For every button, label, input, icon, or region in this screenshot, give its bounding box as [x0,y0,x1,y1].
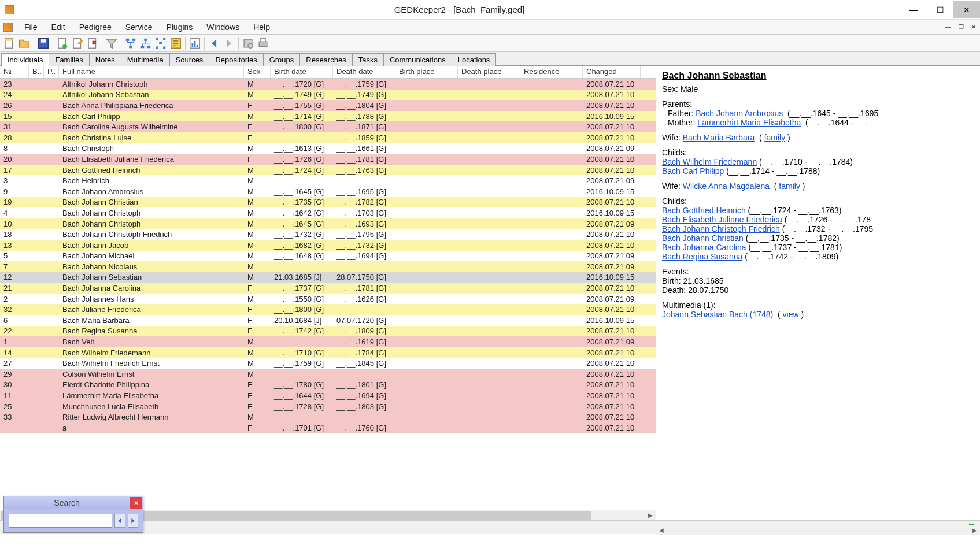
table-row[interactable]: 8Bach ChristophM__.__.1613 [G]__.__.1661… [0,143,656,154]
view-link[interactable]: view [783,310,799,319]
multimedia-link[interactable]: Johann Sebastian Bach (1748) [662,310,773,319]
open-file-button[interactable] [17,36,31,50]
tab-locations[interactable]: Locations [452,53,497,66]
tab-researches[interactable]: Researches [299,53,352,66]
child-link[interactable]: Bach Johann Christian [662,233,744,243]
child-link[interactable]: Bach Regina Susanna [662,252,742,261]
tree-descendants-button[interactable] [139,36,153,50]
menu-edit[interactable]: Edit [45,21,72,34]
child-link[interactable]: Bach Wilhelm Friedemann [662,157,757,166]
table-row[interactable]: 19Bach Johann ChristianM__.__.1735 [G]__… [0,197,656,208]
nav-back-button[interactable] [207,36,221,50]
minimize-button[interactable]: — [900,1,927,18]
search-next-button[interactable] [128,514,139,528]
table-row[interactable]: 30Elerdt Charlotte PhilippinaF__.__.1780… [0,380,656,391]
tab-sources[interactable]: Sources [169,53,210,66]
table-row[interactable]: 25Munchhusen Lucia ElisabethF__.__.1728 … [0,401,656,412]
stats-button[interactable] [188,36,202,50]
menu-plugins[interactable]: Plugins [159,21,199,34]
tab-families[interactable]: Families [49,53,89,66]
tab-notes[interactable]: Notes [89,53,121,66]
table-row[interactable]: 14Bach Wilhelm FriedemannM__.__.1710 [G]… [0,347,656,358]
family1-link[interactable]: family [764,133,786,142]
table-row[interactable]: 21Bach Johanna CarolinaF__.__.1737 [G]__… [0,283,656,294]
child-link[interactable]: Bach Johanna Carolina [662,243,746,252]
delete-record-button[interactable] [86,36,99,50]
column-header[interactable]: № [0,66,29,78]
mother-link[interactable]: Lämmerhirt Maria Elisabetha [697,118,801,127]
table-row[interactable]: 6Bach Maria BarbaraF20.10.1684 [J]07.07.… [0,315,656,326]
table-row[interactable]: 28Bach Christina LuiseF__.__.1859 [G]200… [0,132,656,143]
column-header[interactable]: B.. [29,66,44,78]
menu-help[interactable]: Help [246,21,277,34]
tab-repositories[interactable]: Repositories [209,53,263,66]
search-input[interactable] [9,514,112,528]
table-row[interactable]: 17Bach Gottfried HeinrichM__.__.1724 [G]… [0,165,656,176]
table-row[interactable]: 10Bach Johann ChristophM__.__.1645 [G]__… [0,218,656,229]
scroll-right-icon[interactable]: ▶ [645,510,656,521]
table-row[interactable]: 12Bach Johann SebastianM21.03.1685 [J]28… [0,272,656,283]
table-row[interactable]: 7Bach Johann NicolausM2008.07.21 09 [0,261,656,272]
maximize-button[interactable]: ☐ [927,1,953,18]
tab-individuals[interactable]: Individuals [1,53,49,66]
save-button[interactable] [36,36,50,50]
edit-record-button[interactable] [71,36,84,50]
nav-forward-button[interactable] [222,36,236,50]
child-link[interactable]: Bach Johann Christoph Friedrich [662,224,780,233]
search-close-button[interactable]: ✕ [130,497,142,509]
table-body[interactable]: 23Altnikol Johann ChristophM__.__.1720 [… [0,79,656,510]
menu-windows[interactable]: Windows [199,21,246,34]
table-row[interactable]: 24Altnikol Johann SebastianM__.__.1749 [… [0,90,656,101]
column-header[interactable]: Death place [458,66,520,78]
father-link[interactable]: Bach Johann Ambrosius [696,109,783,118]
tab-tasks[interactable]: Tasks [352,53,384,66]
menu-service[interactable]: Service [119,21,160,34]
column-header[interactable]: P.. [44,66,59,78]
table-row[interactable]: 4Bach Johann ChristophM__.__.1642 [G]__.… [0,207,656,218]
print-button[interactable] [256,36,270,50]
table-row[interactable]: 5Bach Johann MichaelM__.__.1648 [G]__.__… [0,251,656,262]
column-header[interactable]: Full name [59,66,244,78]
mdi-restore-button[interactable]: ❐ [955,21,967,34]
tab-communications[interactable]: Communications [383,53,452,66]
filter-button[interactable] [105,36,119,50]
table-row[interactable]: 3Bach HeinrichM2008.07.21 09 [0,175,656,186]
wife1-link[interactable]: Bach Maria Barbara [683,133,755,142]
mdi-close-button[interactable]: ✕ [967,21,980,34]
add-record-button[interactable] [56,36,69,50]
table-row[interactable]: 1Bach VeitM__.__.1619 [G]2008.07.21 09 [0,336,656,347]
menu-pedigree[interactable]: Pedigree [72,21,119,34]
table-row[interactable]: 9Bach Johann AmbrosiusM__.__.1645 [G]__.… [0,186,656,197]
column-header[interactable]: Birth date [271,66,333,78]
table-row[interactable]: 29Colson Wilhelm ErnstM2008.07.21 10 [0,369,656,380]
pedigree-button[interactable] [169,36,183,50]
child-link[interactable]: Bach Elisabeth Juliane Friederica [662,215,782,224]
column-header[interactable]: Death date [333,66,395,78]
tree-both-button[interactable] [154,36,168,50]
table-row[interactable]: 31Bach Carolina Augusta WilhelmineF__.__… [0,121,656,132]
table-row[interactable]: 2Bach Johannes HansM__.__.1550 [G]__.__.… [0,294,656,305]
detail-scroll-left-icon[interactable]: ◀ [656,525,667,536]
detail-scroll-right-icon[interactable]: ▶ [970,525,980,536]
tab-groups[interactable]: Groups [263,53,301,66]
table-row[interactable]: 20Bach Elisabeth Juliane FriedericaF__._… [0,154,656,165]
child-link[interactable]: Bach Carl Philipp [662,166,724,176]
table-row[interactable]: 27Bach Wilhelm Friedrich ErnstM__.__.175… [0,358,656,369]
table-row[interactable]: 23Altnikol Johann ChristophM__.__.1720 [… [0,79,656,90]
table-row[interactable]: 33Ritter Ludwig Albrecht HermannM2008.07… [0,411,656,422]
family2-link[interactable]: family [779,181,800,191]
tree-ancestors-button[interactable] [124,36,138,50]
table-row[interactable]: 22Bach Regina SusannaF__.__.1742 [G]__._… [0,326,656,337]
tab-multimedia[interactable]: Multimedia [121,53,170,66]
wife2-link[interactable]: Wilcke Anna Magdalena [683,181,770,191]
menu-file[interactable]: File [17,21,45,34]
table-row[interactable]: 13Bach Johann JacobM__.__.1682 [G]__.__.… [0,240,656,251]
new-file-button[interactable] [2,36,16,50]
table-row[interactable]: 26Bach Anna Philippiana FriedericaF__.__… [0,100,656,111]
table-row[interactable]: aF__.__.1701 [G]__.__.1760 [G]2008.07.21… [0,422,656,433]
column-header[interactable]: Changed [583,66,641,78]
print-preview-button[interactable] [241,36,255,50]
close-button[interactable]: ✕ [953,1,980,18]
column-header[interactable]: Sex [244,66,271,78]
child-link[interactable]: Bach Gottfried Heinrich [662,206,746,215]
